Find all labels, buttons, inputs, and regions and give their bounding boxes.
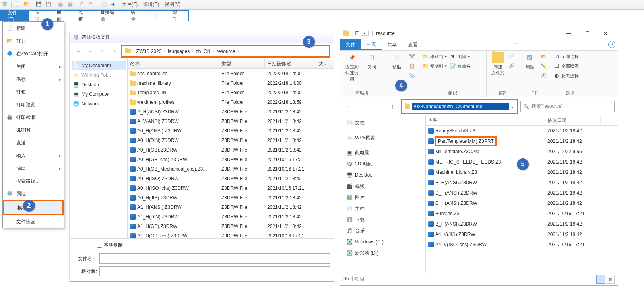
fwd-button[interactable]: → [85,46,95,56]
tab-file[interactable]: 文件 [340,39,361,50]
new-icon[interactable]: 📄 [14,1,21,8]
list-item[interactable]: A_H(ANSI).Z3DRWZ3DRW File2021/11/2 18:42 [128,107,334,117]
col-date[interactable]: 修改日期 [545,115,601,125]
list-item[interactable]: A4_V(ISO_chs).Z3DRW2021/10/16 17:21 [426,239,618,250]
tree-item[interactable]: 🖥️Desktop [342,169,424,181]
list-item[interactable]: weldment profilesFile Folder2022/2/18 13… [128,97,334,107]
list-item[interactable]: PartTemplate(MM).Z3PRT2021/11/2 18:42 [426,136,618,146]
selectall-button[interactable]: ☑全部选择 [553,52,579,61]
up-button[interactable]: ↑ [386,101,398,113]
search-input[interactable]: 🔍 搜索"resource" [520,101,615,112]
list-item[interactable]: A0_H(DIN).Z3DRWZ3DRW File2021/11/2 18:42 [128,136,334,145]
file-menu-item[interactable]: 发送... [3,136,64,149]
saveall-icon[interactable]: 💾 [45,1,52,8]
ribbon-tab[interactable]: 直接编辑 [94,11,124,21]
undo-nav[interactable]: ↶ [97,46,107,56]
moveto-button[interactable]: 📁移动到▾ [422,52,447,61]
col-size[interactable]: 大... [316,59,328,68]
address-bar[interactable]: 2023\languages\zh_CN\resource ⌄ [403,101,516,112]
list-item[interactable]: A_V(ANSI).Z3DRWZ3DRW File2021/11/2 18:42 [128,117,334,126]
menu-file[interactable]: 文件(F) [120,1,139,8]
print2-icon[interactable]: 🖨️ [67,1,74,8]
copy-button[interactable]: 📋复制 [363,52,381,70]
filename-input[interactable] [99,253,330,264]
breadcrumb[interactable]: «ZW3D 2023›languages›zh_CN›resource› [121,45,330,58]
root-input[interactable] [99,266,330,276]
details-view-button[interactable]: ☰ [596,275,605,284]
list-item[interactable]: ReadySketchIN.Z32021/11/2 18:42 [426,126,618,136]
ribbon-tab[interactable]: 曲面 [50,11,72,21]
ribbon-tab[interactable]: 焊件 [166,11,188,21]
cut-icon[interactable]: ✂️ [409,52,415,61]
tree-item[interactable]: 💻此电脑 [342,147,424,158]
print-icon[interactable]: 🖨️ [58,1,65,8]
file-menu-item[interactable]: 搜索路径... [3,175,64,187]
breadcrumb-item[interactable]: languages [166,49,191,54]
close-button[interactable]: ✕ [596,28,615,39]
collapse-icon[interactable]: ⌃ [510,39,521,50]
ribbon-tab[interactable]: FTI [146,11,166,21]
rename-button[interactable]: 📝重命名 [450,62,471,70]
icons-view--button[interactable]: ▦ [606,275,615,284]
file-menu-item[interactable]: 输入▸ [3,149,64,162]
list-item[interactable]: cnc_controllerFile Folder2022/2/18 14:00 [128,69,334,78]
tree-item[interactable]: 🌐Network [72,99,126,109]
list-item[interactable]: A0_H(ISO_chs).Z3DRWZ3DRW File2021/10/16 … [128,183,334,193]
pasteshort-icon[interactable]: 📎 [409,71,415,80]
maximize-button[interactable]: ☐ [578,28,596,39]
history-icon[interactable]: 🕐 [540,71,547,80]
back-button[interactable]: ← [343,101,355,113]
dd-icon[interactable]: ▾ [361,31,369,36]
redo-nav[interactable]: ↷ [109,46,119,56]
file-menu-item[interactable]: ⚙️属性... [3,187,64,200]
list-item[interactable]: A0_H(ISO).Z3DRWZ3DRW File2021/11/2 18:42 [128,174,334,183]
tree-item[interactable]: ⬇️下载 [342,214,424,225]
newitem-icon[interactable]: 📄 [508,52,515,61]
pin-button[interactable]: 📌固定到快速访问 [343,52,361,82]
list-item[interactable]: D_H(ANSI).Z3DRW2021/11/2 18:42 [426,188,618,198]
save-icon[interactable]: 💾 [36,1,43,8]
paste-button[interactable]: 📄粘贴 [387,52,406,70]
col-name[interactable]: 名称 [128,59,219,68]
ribbon-tab[interactable]: 线框 [72,11,94,21]
recent-button[interactable]: ⌄ [372,101,384,113]
file-menu-item[interactable]: 📄新建 [3,22,64,35]
file-menu-item[interactable]: 3D打印 [3,124,64,136]
props-button[interactable]: ☑️属性 [522,52,538,70]
breadcrumb-item[interactable]: ZW3D 2023 [135,49,163,54]
file-menu-item[interactable]: 保存▸ [3,73,64,86]
menu-edit[interactable]: 编辑(E) [142,1,161,8]
tree-item[interactable]: 💻My Computer [72,90,126,99]
list-item[interactable]: A0_H(GB_Mechanical_chs).Z3...Z3DRW File2… [128,164,334,174]
list-item[interactable]: C_H(ANSI).Z3DRW2021/11/2 18:42 [426,198,618,208]
tab-home[interactable]: 主页 [361,39,382,50]
col-date[interactable]: 日期被修改 [265,59,316,68]
delete-button[interactable]: ✖删除▾ [450,52,471,61]
list-item[interactable]: E_H(ANSI).Z3DRW2021/11/2 18:42 [426,177,618,188]
file-menu-item[interactable]: 文件恢复 [3,215,64,228]
list-item[interactable]: Templates_INFile Folder2022/2/18 14:00 [128,88,334,97]
redo-icon[interactable]: ↷ [89,1,96,8]
newfolder-button[interactable]: 新建 文件夹 [490,52,506,76]
tab-view[interactable]: 查看 [402,39,423,50]
list-item[interactable]: A1_H(ANSI).Z3DRWZ3DRW File2021/11/2 18:4… [128,202,334,212]
selectnone-button[interactable]: ☐全部取消 [553,62,579,70]
easyaccess-icon[interactable]: 🔗 [508,62,515,70]
invert-button[interactable]: ◐反向选择 [553,71,579,80]
chevron-down-icon[interactable]: ⌄ [511,104,514,109]
list-item[interactable]: A1_H(GB_chs).Z3DRWZ3DRW File2021/10/16 1… [128,231,334,238]
ribbon-tab[interactable]: 钣金 [124,11,146,21]
col-type[interactable]: 类型 [219,59,265,68]
breadcrumb-item[interactable]: resource [215,49,237,54]
list-item[interactable]: A1_H(DIN).Z3DRWZ3DRW File2021/11/2 18:42 [128,212,334,222]
tree-item[interactable]: 🎲3D 对象 [342,158,424,169]
tree-item[interactable]: 📁Working Fol... [72,70,126,80]
list-item[interactable]: MillTemplate.Z3CAM2021/12/22 9:55 [426,146,618,157]
undo-icon[interactable]: ↶ [80,1,87,8]
list-item[interactable]: Bundles.Z32021/10/16 17:21 [426,208,618,219]
file-menu-item[interactable]: 关闭▸ [3,60,64,73]
tree-item[interactable]: 💽新加卷 (D:) [342,247,424,259]
file-menu-item[interactable]: 打包 [3,86,64,98]
back-button[interactable]: ← [73,46,83,56]
edit-icon[interactable]: ✏️ [540,62,547,70]
